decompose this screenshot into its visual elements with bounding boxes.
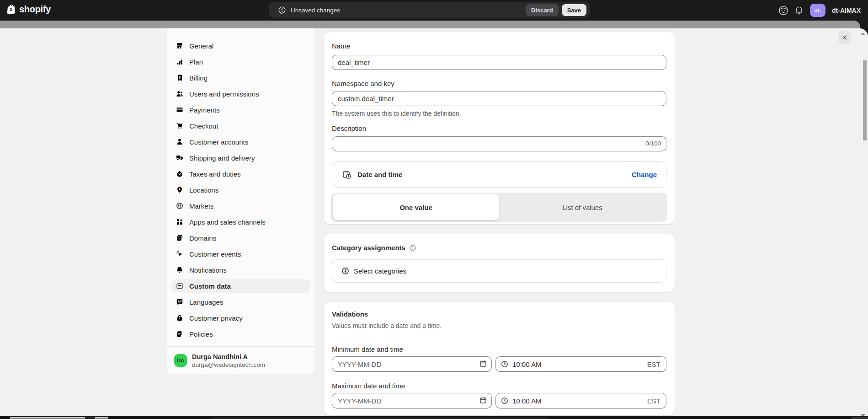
user-email: durga@wedesigntech.com	[192, 361, 265, 369]
description-input[interactable]	[332, 136, 666, 151]
cursor-click-icon	[176, 250, 183, 258]
globe-icon	[176, 202, 183, 210]
validations-card: Validations Values must include a date a…	[324, 302, 675, 415]
top-bar: shopify Unsaved changes Discard Save dt-…	[0, 0, 868, 21]
sidebar-item-payments[interactable]: Payments	[171, 102, 310, 117]
close-icon	[841, 34, 848, 41]
shopify-wordmark: shopify	[19, 4, 51, 15]
sidebar-item-general[interactable]: General	[171, 38, 310, 53]
store-icon	[176, 42, 183, 49]
admin-face-icon[interactable]	[779, 6, 788, 15]
shopify-logo[interactable]: shopify	[6, 4, 51, 15]
apps-grid-icon	[176, 218, 183, 226]
taxes-icon	[176, 170, 183, 177]
value-mode-segmented-control: One value List of values	[331, 193, 667, 222]
close-modal-button[interactable]	[838, 31, 851, 44]
namespace-input[interactable]	[332, 91, 666, 106]
max-time-input[interactable]: 10:00 AM EST	[495, 393, 666, 408]
current-user-card[interactable]: DA Durga Nandhini A durga@wedesigntech.c…	[167, 346, 314, 374]
sidebar-item-checkout[interactable]: Checkout	[171, 118, 310, 133]
sidebar-item-policies[interactable]: Policies	[171, 327, 310, 341]
scrollbar-notch	[85, 417, 95, 419]
settings-sidebar: General Plan Billing Users and permissio…	[167, 28, 314, 374]
list-of-values-option[interactable]: List of values	[499, 194, 666, 220]
notifications-bell-icon[interactable]	[794, 6, 804, 15]
clock-icon	[501, 397, 508, 404]
validations-title: Validations	[332, 310, 368, 318]
store-name[interactable]: dt-AIMAX	[832, 7, 861, 14]
validations-subtitle: Values must include a date and a time.	[332, 322, 442, 329]
sidebar-item-plan[interactable]: Plan	[171, 54, 310, 69]
custom-data-icon	[176, 282, 183, 290]
sidebar-item-markets[interactable]: Markets	[171, 199, 310, 213]
max-datetime-label: Maximum date and time	[332, 382, 405, 390]
calendar-icon[interactable]	[479, 397, 487, 406]
select-categories-label: Select categories	[354, 267, 406, 275]
policies-icon	[176, 330, 183, 338]
content-type-label: Date and time	[357, 171, 402, 178]
max-time-value: 10:00 AM	[512, 397, 541, 405]
horizontal-scrollbar-track	[0, 416, 868, 419]
namespace-helper-text: The system uses this to identify the def…	[332, 110, 461, 117]
change-type-link[interactable]: Change	[632, 171, 657, 178]
category-assignments-card: Category assignments Select categories	[324, 234, 675, 292]
scrollbar-up-arrow[interactable]	[861, 32, 865, 35]
discard-button[interactable]: Discard	[526, 4, 559, 16]
sidebar-item-customer-accounts[interactable]: Customer accounts	[171, 134, 310, 149]
translate-icon	[176, 298, 183, 306]
sidebar-item-languages[interactable]: Languages	[171, 295, 310, 309]
select-categories-button[interactable]: Select categories	[332, 259, 666, 283]
sidebar-item-locations[interactable]: Locations	[171, 183, 310, 197]
sidebar-item-custom-data[interactable]: Custom data	[171, 279, 310, 293]
max-date-input[interactable]	[332, 393, 492, 408]
location-pin-icon	[176, 186, 183, 193]
sidebar-item-billing[interactable]: Billing	[171, 70, 310, 85]
content-type-row: Date and time Change	[332, 161, 666, 188]
save-button[interactable]: Save	[562, 4, 586, 16]
lock-icon	[176, 314, 183, 322]
cart-icon	[176, 122, 183, 129]
min-date-input[interactable]	[332, 356, 492, 372]
vertical-scrollbar-thumb[interactable]	[863, 60, 867, 140]
person-icon	[176, 138, 183, 145]
min-datetime-label: Minimum date and time	[332, 345, 403, 353]
avatar: DA	[174, 354, 187, 367]
billing-icon	[176, 74, 183, 81]
sidebar-item-notifications[interactable]: Notifications	[171, 263, 310, 277]
scrollbar-segment-end	[852, 417, 868, 419]
sidebar-item-taxes-and-duties[interactable]: Taxes and duties	[171, 167, 310, 181]
store-avatar-badge[interactable]: dt-	[810, 4, 825, 17]
alert-icon	[278, 6, 286, 14]
info-icon[interactable]	[409, 244, 416, 252]
name-input[interactable]	[332, 55, 666, 70]
scrollbar-segment	[212, 417, 548, 419]
domains-icon	[176, 234, 183, 242]
unsaved-changes-bar: Unsaved changes Discard Save	[269, 2, 590, 18]
calendar-clock-icon	[342, 170, 351, 179]
shopify-bag-icon	[6, 4, 16, 15]
category-assignments-title: Category assignments	[332, 244, 405, 252]
sidebar-item-apps-and-sales-channels[interactable]: Apps and sales channels	[171, 215, 310, 229]
payments-icon	[176, 106, 183, 113]
plus-circle-icon	[341, 267, 349, 275]
min-timezone: EST	[647, 360, 660, 368]
bell-icon	[176, 266, 183, 274]
description-label: Description	[332, 124, 366, 132]
user-name: Durga Nandhini A	[192, 353, 265, 361]
truck-icon	[176, 154, 183, 161]
calendar-icon[interactable]	[479, 360, 487, 369]
unsaved-changes-label: Unsaved changes	[291, 7, 340, 14]
sidebar-item-customer-privacy[interactable]: Customer privacy	[171, 311, 310, 325]
horizontal-scrollbar-thumb[interactable]	[10, 417, 108, 419]
sidebar-item-users-and-permissions[interactable]: Users and permissions	[171, 86, 310, 101]
settings-modal: General Plan Billing Users and permissio…	[0, 28, 868, 416]
sidebar-item-domains[interactable]: Domains	[171, 231, 310, 245]
description-char-counter: 0/100	[645, 140, 661, 147]
plan-icon	[176, 58, 183, 65]
max-timezone: EST	[647, 397, 660, 405]
settings-nav-list: General Plan Billing Users and permissio…	[167, 28, 314, 341]
sidebar-item-customer-events[interactable]: Customer events	[171, 247, 310, 261]
sidebar-item-shipping-and-delivery[interactable]: Shipping and delivery	[171, 150, 310, 165]
min-time-input[interactable]: 10:00 AM EST	[495, 356, 666, 372]
one-value-option[interactable]: One value	[333, 194, 499, 220]
